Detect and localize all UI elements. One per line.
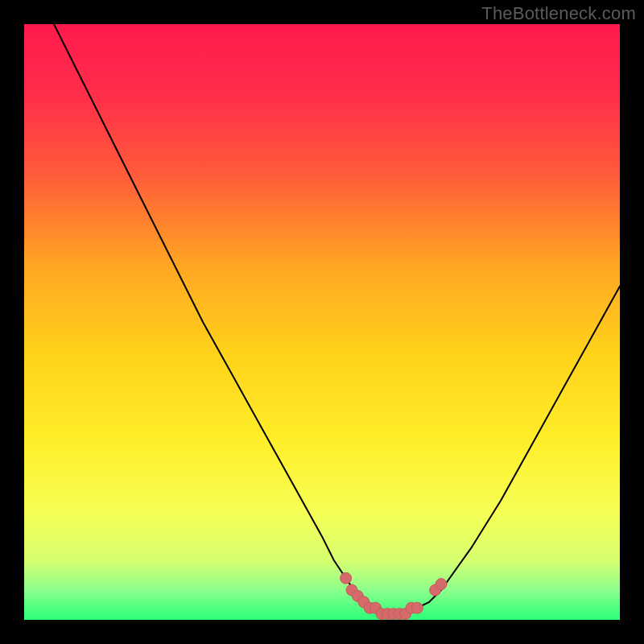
curve-markers	[341, 572, 447, 619]
curve-marker	[411, 602, 423, 613]
curve-layer	[24, 24, 620, 620]
watermark-text: TheBottleneck.com	[481, 3, 636, 24]
plot-area	[24, 24, 620, 620]
curve-marker	[436, 579, 447, 590]
bottleneck-curve	[54, 24, 620, 614]
curve-marker	[341, 572, 352, 584]
chart-frame: TheBottleneck.com	[0, 0, 644, 644]
